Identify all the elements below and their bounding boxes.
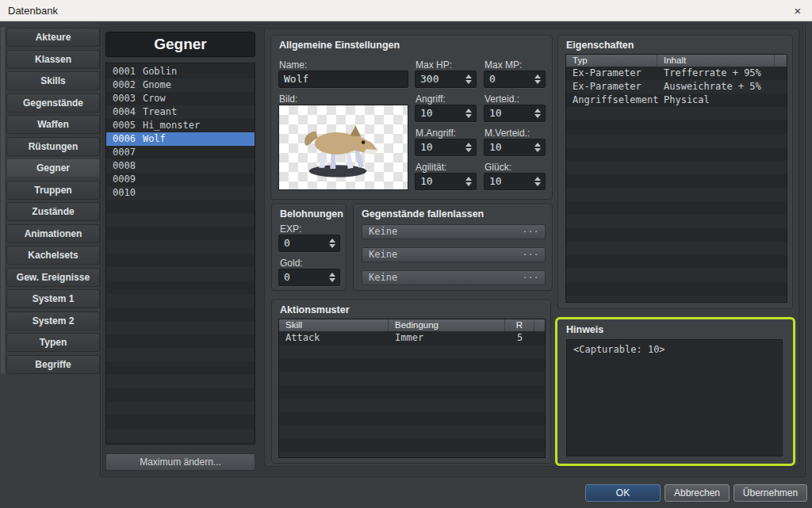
sidebar-item-kachelsets[interactable]: Kachelsets [6,246,100,265]
mdef-spinner[interactable]: 10 [484,139,546,156]
drop-item-button-1[interactable]: Keine ··· [362,224,546,239]
column-header-skill[interactable]: Skill [279,319,389,331]
list-item[interactable]: 0009 [106,173,255,186]
spinner-down-icon[interactable] [465,114,472,118]
spinner-arrows[interactable] [463,174,474,189]
column-header-typ[interactable]: Typ [566,55,657,67]
spinner-up-icon[interactable] [465,109,472,113]
spinner-down-icon[interactable] [329,244,335,248]
enemy-list-header: Gegner [105,32,255,57]
atk-spinner[interactable]: 10 [415,105,477,122]
table-row[interactable]: Ex-Parameter Ausweichrate + 5% [566,80,787,94]
spinner-down-icon[interactable] [465,148,472,152]
spinner-up-icon[interactable] [534,74,541,78]
list-item[interactable]: 0008 [106,159,255,173]
list-item[interactable]: 0001Goblin [106,65,255,78]
spinner-down-icon[interactable] [465,182,472,186]
column-header-r[interactable]: R [505,319,534,331]
gold-spinner[interactable]: 0 [278,269,340,286]
sidebar-item-system2[interactable]: System 2 [6,311,100,330]
sidebar-item-skills[interactable]: Skills [6,71,100,90]
change-maximum-button[interactable]: Maximum ändern... [105,453,255,471]
sidebar-item-gegner[interactable]: Gegner [6,159,100,178]
sidebar-item-system1[interactable]: System 1 [6,289,100,308]
spinner-up-icon[interactable] [534,109,541,113]
spinner-down-icon[interactable] [534,114,541,118]
spinner-up-icon[interactable] [465,143,472,147]
sidebar-item-zustaende[interactable]: Zustände [6,202,100,221]
table-row[interactable]: Attack Immer 5 [279,331,545,345]
spinner-up-icon[interactable] [465,177,472,181]
maxhp-spinner[interactable]: 300 [415,71,477,88]
list-item[interactable]: 0003Crow [106,92,255,105]
gold-label: Gold: [280,258,303,269]
table-row[interactable]: Ex-Parameter Trefferrate + 95% [566,67,787,80]
luk-label: Glück: [485,162,511,173]
spinner-up-icon[interactable] [329,239,335,243]
sidebar-scrollbar[interactable] [1,27,5,374]
luk-spinner[interactable]: 10 [484,173,546,190]
matk-label: M.Angriff: [416,128,456,139]
list-item[interactable]: 0010 [106,186,255,200]
note-textarea[interactable]: <Capturable: 10> [566,339,783,456]
spinner-down-icon[interactable] [465,80,472,84]
close-icon[interactable]: × [788,2,807,19]
title-bar[interactable]: Datenbank × [0,0,812,21]
matk-spinner[interactable]: 10 [415,139,477,156]
sidebar-item-truppen[interactable]: Truppen [6,181,100,200]
traits-table[interactable]: Typ Inhalt Ex-Parameter Trefferrate + 95… [565,54,787,303]
sidebar-item-gegenstaende[interactable]: Gegenstände [6,94,100,113]
spinner-arrows[interactable] [463,105,474,121]
action-patterns-table[interactable]: Skill Bedingung R Attack Immer 5 [278,319,546,458]
note-group-highlighted: Hinweis <Capturable: 10> [555,317,795,466]
table-row[interactable]: Angriffselement Physical [566,94,787,107]
spinner-down-icon[interactable] [534,80,541,84]
cancel-button[interactable]: Abbrechen [665,484,730,502]
spinner-arrows[interactable] [463,139,474,155]
spinner-up-icon[interactable] [465,74,472,78]
spinner-down-icon[interactable] [534,182,541,186]
spinner-arrows[interactable] [532,71,543,87]
wolf-sprite [297,116,390,180]
enemy-image-selector[interactable] [278,105,408,190]
sidebar-item-klassen[interactable]: Klassen [6,50,100,69]
column-header-inhalt[interactable]: Inhalt [657,55,775,67]
list-item[interactable]: 0007 [106,146,255,159]
general-settings-group: Allgemeine Einstellungen Name: Wolf Bild… [270,35,553,200]
spinner-arrows[interactable] [463,71,474,87]
spinner-arrows[interactable] [532,105,543,121]
browse-ellipsis-icon: ··· [523,248,539,262]
list-item[interactable]: 0005Hi_monster [106,119,255,132]
sidebar-item-akteure[interactable]: Akteure [6,28,100,47]
spinner-down-icon[interactable] [534,148,541,152]
list-item[interactable]: 0004Treant [106,105,255,119]
sidebar-item-begriffe[interactable]: Begriffe [6,355,100,374]
sidebar-item-typen[interactable]: Typen [6,333,100,352]
apply-button[interactable]: Übernehmen [733,484,807,502]
ok-button[interactable]: OK [585,484,661,502]
sidebar-item-ruestungen[interactable]: Rüstungen [6,137,100,156]
name-input[interactable]: Wolf [278,71,408,88]
spinner-arrows[interactable] [327,269,338,285]
spinner-up-icon[interactable] [534,177,541,181]
spinner-up-icon[interactable] [534,143,541,147]
spinner-down-icon[interactable] [329,278,335,282]
maxmp-spinner[interactable]: 0 [484,71,546,88]
exp-spinner[interactable]: 0 [278,235,340,252]
drop-item-button-2[interactable]: Keine ··· [362,247,546,262]
sidebar-item-gew-ereignisse[interactable]: Gew. Ereignisse [6,268,100,287]
spinner-arrows[interactable] [532,139,543,155]
spinner-arrows[interactable] [532,174,543,189]
image-label: Bild: [279,94,297,105]
sidebar-item-waffen[interactable]: Waffen [6,115,100,134]
list-item[interactable]: 0002Gnome [106,78,255,92]
drop-item-button-3[interactable]: Keine ··· [362,270,546,285]
spinner-up-icon[interactable] [329,273,335,277]
enemy-list[interactable]: 0001Goblin 0002Gnome 0003Crow 0004Treant… [105,63,255,445]
agi-spinner[interactable]: 10 [415,173,477,190]
spinner-arrows[interactable] [327,235,338,251]
def-spinner[interactable]: 10 [484,105,546,122]
list-item-selected[interactable]: 0006Wolf [106,132,255,146]
sidebar-item-animationen[interactable]: Animationen [6,224,100,243]
column-header-bedingung[interactable]: Bedingung [389,319,505,331]
